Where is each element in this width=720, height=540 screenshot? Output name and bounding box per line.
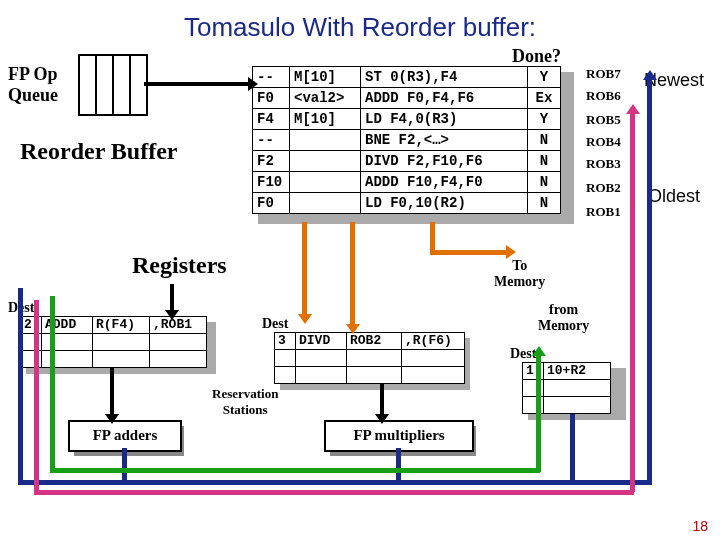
arrow-down-icon	[165, 310, 179, 320]
arrow-up-icon	[532, 346, 546, 356]
dest-label-mid: Dest	[262, 316, 288, 332]
table-row: F2DIVD F2,F10,F6N	[253, 151, 561, 172]
reservation-stations-label: Reservation Stations	[212, 386, 278, 418]
fp-op-queue-box	[78, 54, 148, 116]
arrow-right-icon	[248, 77, 258, 91]
table-row: 3DIVDROB2,R(F6)	[275, 333, 465, 350]
rob-tag: ROB3	[586, 156, 621, 172]
table-row: --BNE F2,<…>N	[253, 130, 561, 151]
arrow-down-icon	[105, 414, 119, 424]
table-row: --M[10]ST 0(R3),F4Y	[253, 67, 561, 88]
reorder-buffer-label: Reorder Buffer	[20, 138, 178, 165]
table-row	[21, 351, 207, 368]
arrow-up-icon	[643, 70, 657, 80]
table-row: F10ADDD F10,F4,F0N	[253, 172, 561, 193]
to-memory-label: To Memory	[494, 258, 545, 290]
from-memory-wire	[630, 112, 635, 492]
fp-op-queue-label: FP Op Queue	[8, 64, 58, 106]
rob-tag: ROB4	[586, 134, 621, 150]
page-number: 18	[692, 518, 708, 534]
arrow-down-icon	[346, 324, 360, 334]
oldest-label: Oldest	[648, 186, 700, 207]
arrow-down-icon	[375, 414, 389, 424]
rob-tag: ROB6	[586, 88, 621, 104]
table-row	[275, 350, 465, 367]
rob-tag: ROB1	[586, 204, 621, 220]
arrow-down-icon	[298, 314, 312, 324]
table-row	[21, 334, 207, 351]
rob-tag: ROB7	[586, 66, 621, 82]
table-row: F4M[10]LD F4,0(R3)Y	[253, 109, 561, 130]
table-row: F0<val2>ADDD F0,F4,F6Ex	[253, 88, 561, 109]
rs-mult-table: 3DIVDROB2,R(F6)	[274, 332, 465, 384]
arrow-up-icon	[626, 104, 640, 114]
registers-label: Registers	[132, 252, 227, 279]
green-bus	[50, 468, 540, 473]
arrow-right-icon	[506, 245, 516, 259]
done-header: Done?	[512, 46, 561, 67]
rob-table: --M[10]ST 0(R3),F4Y F0<val2>ADDD F0,F4,F…	[252, 66, 561, 214]
rob-tag: ROB5	[586, 112, 621, 128]
cdb-bus	[18, 480, 652, 485]
page-title: Tomasulo With Reorder buffer:	[8, 12, 712, 43]
table-row	[275, 367, 465, 384]
rs-adders-table: 2ADDDR(F4),ROB1	[20, 316, 207, 368]
rob-tag: ROB2	[586, 180, 621, 196]
table-row: F0LD F0,10(R2)N	[253, 193, 561, 214]
from-memory-label: from Memory	[538, 302, 589, 334]
